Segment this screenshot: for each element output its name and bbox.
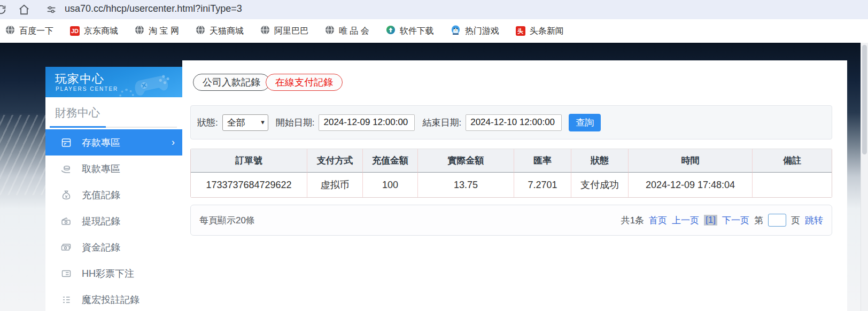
end-date-label: 結束日期: [422,116,461,129]
globe-icon [325,25,335,37]
col-exchange-rate: 匯率 [514,149,571,173]
cell-order-no: 1733737684729622 [191,173,307,197]
deposit-icon [60,137,72,148]
cell-status: 支付成功 [571,173,629,197]
bookmark-vip[interactable]: 唯 品 会 [325,25,369,37]
jump-link[interactable]: 跳转 [805,214,823,227]
start-date-input[interactable] [319,114,415,131]
sidebar-item-funds-records[interactable]: 資金記錄 [45,234,182,260]
cell-actual-amount: 13.75 [418,173,514,197]
col-status: 狀態 [571,149,629,173]
orders-table: 訂單號 支付方式 充值金額 實際金額 匯率 狀態 時間 備註 173373768… [190,149,832,198]
bookmark-toutiao[interactable]: 头 头条新闻 [516,26,564,37]
sidebar-item-deposit-zone[interactable]: 存款專區 › [45,129,182,156]
sidebar-panel: 玩家中心 PLAYERS CENTER 財務中心 [45,67,182,311]
url-text[interactable]: usa70.cc/hhcp/usercenter.html?iniType=3 [65,3,242,14]
refresh-icon[interactable] [0,4,7,18]
sidebar-item-withdraw-zone[interactable]: 取款專區 [45,156,182,182]
bookmark-label: 软件下载 [400,26,434,37]
sidebar-subtitle: PLAYERS CENTER [56,86,118,92]
bookmark-label: 天猫商城 [210,26,244,37]
scrollbar[interactable] [861,43,868,311]
bookmark-tmall[interactable]: 天猫商城 [196,25,244,37]
jump-label-post: 页 [791,214,800,227]
sidebar-item-label: 存款專區 [82,136,120,149]
bet-records-icon [60,294,72,305]
sidebar-item-recharge-records[interactable]: 充值記錄 [45,182,182,208]
software-icon [386,25,396,37]
bookmark-label: 头条新闻 [530,26,564,37]
scrollbar-thumb[interactable] [862,45,867,154]
table-row: 1733737684729622 虚拟币 100 13.75 7.2701 支付… [191,173,832,197]
sidebar-item-hh-lottery-bets[interactable]: HH彩票下注 [45,260,182,286]
bookmark-label: 热门游戏 [465,26,499,37]
table-header-row: 訂單號 支付方式 充值金額 實際金額 匯率 狀態 時間 備註 [191,149,832,173]
bookmark-alibaba[interactable]: 阿里巴巴 [260,25,308,37]
sidebar-menu: 存款專區 › 取款專區 充值記錄 [45,129,182,311]
gamepad-icon [131,70,177,97]
globe-icon [5,25,15,37]
bookmark-label: 阿里巴巴 [274,26,308,37]
cell-pay-method: 虚拟币 [307,173,363,197]
cell-exchange-rate: 7.2701 [514,173,571,197]
bookmark-software[interactable]: 软件下载 [386,25,434,37]
withdrawal-icon [60,216,72,227]
bookmark-taobao[interactable]: 淘 宝 网 [135,25,179,37]
jd-icon: JD [70,26,80,36]
current-page: [1] [704,215,717,226]
col-remark: 備註 [753,149,832,173]
sidebar-item-withdrawal-records[interactable]: 提現記錄 [45,208,182,234]
players-center-banner: 玩家中心 PLAYERS CENTER [45,67,182,97]
status-label: 狀態: [197,116,218,129]
col-actual-amount: 實際金額 [418,149,514,173]
col-pay-method: 支付方式 [307,149,363,173]
funds-icon [60,242,72,253]
globe-icon [135,25,144,37]
globe-icon [260,25,270,37]
sidebar-item-label: HH彩票下注 [82,267,134,280]
tab-online-payment-records[interactable]: 在線支付記錄 [266,74,343,91]
sidebar-title: 玩家中心 [55,71,104,87]
lottery-icon [60,268,72,279]
recharge-icon [60,190,72,200]
tab-company-deposit-records[interactable]: 公司入款記錄 [193,74,270,91]
first-page-link[interactable]: 首页 [649,214,667,227]
cell-recharge-amount: 100 [363,173,418,197]
next-page-link[interactable]: 下一页 [722,214,749,227]
bookmark-label: 京东商城 [84,26,118,37]
page-size-text: 每頁顯示20條 [199,214,255,227]
bookmark-label: 唯 品 会 [339,26,369,37]
sidebar-item-label: 取款專區 [82,162,120,175]
tab-label: 公司入款記錄 [203,76,260,89]
end-date-input[interactable] [466,114,562,131]
page-number-input[interactable] [768,214,786,227]
section-underline [50,127,177,128]
bookmark-games[interactable]: 热门游戏 [451,25,499,37]
filter-bar: 狀態: 全部 ▾ 開始日期: 結束日期: 查詢 [190,105,832,139]
search-button[interactable]: 查詢 [569,114,601,131]
col-recharge-amount: 充值金額 [363,149,418,173]
prev-page-link[interactable]: 上一页 [672,214,699,227]
finance-section-title: 財務中心 [45,97,182,127]
sidebar-item-label: 提現記錄 [82,215,120,228]
col-time: 時間 [629,149,753,173]
withdraw-icon [60,164,72,174]
cell-time: 2024-12-09 17:48:04 [629,173,753,197]
sidebar-item-mohong-bet-records[interactable]: 魔宏投註記錄 [45,286,182,311]
chevron-right-icon: › [172,137,175,148]
cell-remark [753,173,832,197]
start-date-label: 開始日期: [276,116,315,129]
status-select[interactable]: 全部 [222,114,268,131]
col-order-no: 訂單號 [191,149,307,173]
tune-icon[interactable] [46,4,57,17]
sidebar-item-label: 充值記錄 [82,189,120,201]
browser-toolbar: usa70.cc/hhcp/usercenter.html?iniType=3 [0,0,868,19]
bookmarks-bar: 百度一下 JD 京东商城 淘 宝 网 天猫商城 阿里巴巴 唯 品 会 软件下载 … [0,19,868,43]
bookmark-baidu[interactable]: 百度一下 [5,25,53,37]
bookmark-jd[interactable]: JD 京东商城 [70,26,118,37]
home-icon[interactable] [18,4,30,18]
sidebar-item-label: 魔宏投註記錄 [82,293,140,306]
pagination-bar: 每頁顯示20條 共1条 首页 上一页 [1] 下一页 第 页 跳转 [190,205,832,236]
bookmark-label: 淘 宝 网 [149,26,179,37]
game-icon [451,25,461,37]
